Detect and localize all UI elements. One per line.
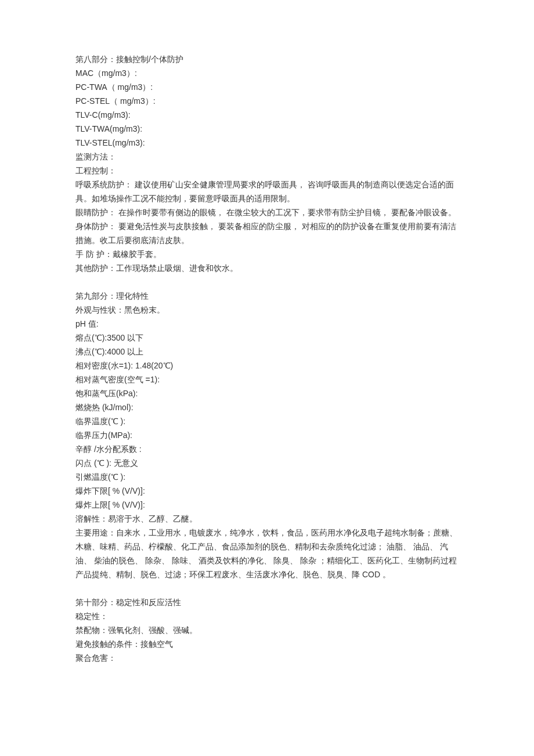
boiling-line: 沸点(℃):4000 以上 <box>75 345 459 359</box>
engctrl-line: 工程控制： <box>75 164 459 178</box>
other-line: 其他防护：工作现场禁止吸烟、进食和饮水。 <box>75 261 459 275</box>
uel-line: 爆炸上限[ % (V/V)]: <box>75 498 459 512</box>
pcstel-line: PC-STEL（ mg/m3）: <box>75 94 459 108</box>
stability-line: 稳定性： <box>75 609 459 623</box>
section-gap <box>75 275 459 289</box>
tlvc-line: TLV-C(mg/m3): <box>75 108 459 122</box>
combustion-line: 燃烧热 (kJ/mol): <box>75 400 459 414</box>
polyhazard-line: 聚合危害： <box>75 651 459 665</box>
critpressure-line: 临界压力(MPa): <box>75 428 459 442</box>
section10-heading: 第十部分：稳定性和反应活性 <box>75 595 459 609</box>
tlvstel-line: TLV-STEL(mg/m3): <box>75 136 459 150</box>
flash-line: 闪点 (℃ ): 无意义 <box>75 456 459 470</box>
partition-line: 辛醇 /水分配系数 : <box>75 442 459 456</box>
melting-line: 熔点(℃):3500 以下 <box>75 331 459 345</box>
section8-heading: 第八部分：接触控制/个体防护 <box>75 52 459 66</box>
avoid-line: 避免接触的条件：接触空气 <box>75 637 459 651</box>
body-line: 身体防护： 要避免活性炭与皮肤接触， 要装备相应的防尘服， 对相应的的防护设备在… <box>75 219 459 247</box>
document-page: 第八部分：接触控制/个体防护 MAC（mg/m3）: PC-TWA（ mg/m3… <box>0 0 534 756</box>
mac-line: MAC（mg/m3）: <box>75 66 459 80</box>
pctwa-line: PC-TWA（ mg/m3）: <box>75 80 459 94</box>
solubility-line: 溶解性：易溶于水、乙醇、乙醚。 <box>75 512 459 526</box>
uses-line: 主要用途：自来水，工业用水，电镀废水，纯净水，饮料，食品，医药用水净化及电子超纯… <box>75 526 459 581</box>
section9-heading: 第九部分：理化特性 <box>75 289 459 303</box>
appearance-line: 外观与性状：黑色粉末。 <box>75 303 459 317</box>
eye-line: 眼睛防护： 在操作时要带有侧边的眼镜， 在微尘较大的工况下，要求带有防尘护目镜，… <box>75 205 459 219</box>
section-gap <box>75 581 459 595</box>
ignition-line: 引燃温度(℃ ): <box>75 470 459 484</box>
resp-line: 呼吸系统防护： 建议使用矿山安全健康管理局要求的呼吸面具， 咨询呼吸面具的制造商… <box>75 178 459 205</box>
incompat-line: 禁配物：强氧化剂、强酸、强碱。 <box>75 623 459 637</box>
monitor-line: 监测方法： <box>75 150 459 164</box>
lel-line: 爆炸下限[ % (V/V)]: <box>75 484 459 498</box>
hand-line: 手 防 护：戴橡胶手套。 <box>75 247 459 261</box>
vaporpressure-line: 饱和蒸气压(kPa): <box>75 386 459 400</box>
density-line: 相对密度(水=1): 1.48(20℃) <box>75 359 459 372</box>
tlvtwa-line: TLV-TWA(mg/m3): <box>75 122 459 136</box>
vapordensity-line: 相对蒸气密度(空气 =1): <box>75 372 459 386</box>
ph-line: pH 值: <box>75 317 459 331</box>
crittemp-line: 临界温度(℃ ): <box>75 414 459 428</box>
